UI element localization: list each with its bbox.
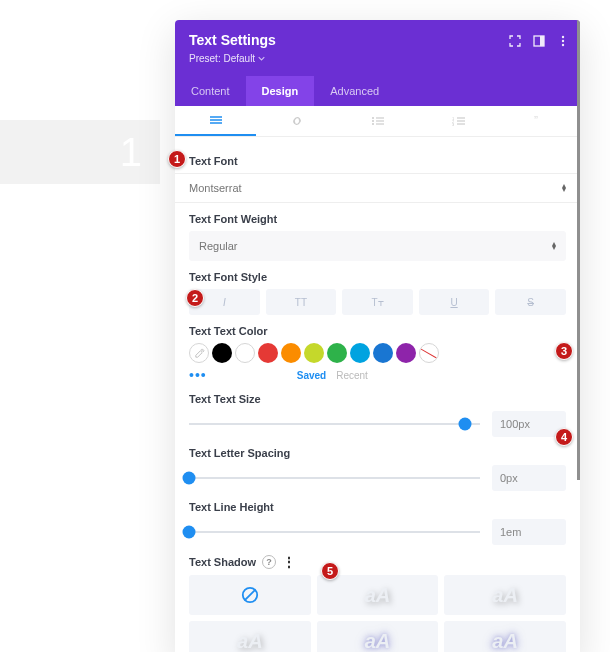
callout-3: 3 [555, 342, 573, 360]
callout-2: 2 [186, 289, 204, 307]
palette-more[interactable]: ••• [189, 367, 207, 383]
main-tabs: Content Design Advanced [175, 76, 580, 106]
expand-icon [509, 35, 521, 47]
swatch-none[interactable] [419, 343, 439, 363]
eyedropper-button[interactable] [189, 343, 209, 363]
color-swatches [189, 343, 566, 363]
swatch-black[interactable] [212, 343, 232, 363]
more-vertical-icon [557, 35, 569, 47]
help-icon[interactable]: ? [262, 555, 276, 569]
svg-text:”: ” [534, 116, 538, 126]
settings-panel: Text Settings Preset: Default Content De… [175, 20, 580, 652]
line-height-input[interactable] [492, 519, 566, 545]
ul-icon [371, 116, 385, 126]
panel-body: 123 ” Text Font Montserrat ▴▾ Text Font … [175, 106, 580, 652]
svg-point-5 [372, 117, 374, 119]
preset-dropdown[interactable]: Preset: Default [189, 53, 265, 64]
label-text-color: Text Text Color [189, 325, 566, 337]
header-actions [504, 30, 574, 52]
svg-point-4 [562, 44, 564, 46]
panel-header: Text Settings Preset: Default [175, 20, 580, 76]
none-icon [241, 586, 259, 604]
label-line-height: Text Line Height [189, 501, 566, 513]
swatch-cyan[interactable] [350, 343, 370, 363]
seg-a[interactable] [256, 106, 337, 136]
scrollbar[interactable] [577, 20, 580, 480]
seg-ol[interactable]: 123 [418, 106, 499, 136]
swatch-red[interactable] [258, 343, 278, 363]
seg-ul[interactable] [337, 106, 418, 136]
text-font-value: Montserrat [189, 182, 242, 194]
style-smallcaps[interactable]: Tᴛ [342, 289, 413, 315]
font-style-buttons: I TT Tᴛ U S [189, 289, 566, 315]
style-underline[interactable]: U [419, 289, 490, 315]
chevron-updown-icon: ▴▾ [562, 184, 566, 192]
text-font-select[interactable]: Montserrat ▴▾ [175, 173, 580, 203]
swatch-purple[interactable] [396, 343, 416, 363]
svg-rect-1 [540, 36, 544, 46]
letter-spacing-input[interactable] [492, 465, 566, 491]
label-text-size: Text Text Size [189, 393, 566, 405]
shadow-preset-4[interactable]: aA [317, 621, 439, 652]
tab-content[interactable]: Content [175, 76, 246, 106]
label-letter-spacing: Text Letter Spacing [189, 447, 566, 459]
palette-tabs: Saved Recent [297, 370, 368, 381]
tab-design[interactable]: Design [246, 76, 315, 106]
preset-label: Preset: Default [189, 53, 255, 64]
ol-icon: 123 [452, 116, 466, 126]
label-font-style: Text Font Style [189, 271, 566, 283]
letter-spacing-slider[interactable] [189, 470, 480, 486]
step-number: 1 [120, 130, 142, 175]
snap-button[interactable] [528, 30, 550, 52]
shadow-none[interactable] [189, 575, 311, 615]
link-icon [291, 115, 303, 127]
palette-tab-recent[interactable]: Recent [336, 370, 368, 381]
eyedropper-icon [194, 348, 205, 359]
tab-advanced[interactable]: Advanced [314, 76, 395, 106]
label-font-weight: Text Font Weight [189, 213, 566, 225]
step-indicator-bg: 1 [0, 120, 160, 184]
swatch-white[interactable] [235, 343, 255, 363]
seg-p[interactable] [175, 106, 256, 136]
shadow-preset-1[interactable]: aA [317, 575, 439, 615]
chevron-updown-icon: ▴▾ [552, 242, 556, 250]
callout-5: 5 [321, 562, 339, 580]
text-size-slider[interactable] [189, 416, 480, 432]
palette-tab-saved[interactable]: Saved [297, 370, 326, 381]
font-weight-select[interactable]: Regular ▴▾ [189, 231, 566, 261]
svg-point-2 [562, 36, 564, 38]
line-height-slider[interactable] [189, 524, 480, 540]
style-uppercase[interactable]: TT [266, 289, 337, 315]
svg-point-6 [372, 120, 374, 122]
style-strike[interactable]: S [495, 289, 566, 315]
svg-text:3: 3 [452, 122, 455, 126]
more-button[interactable] [552, 30, 574, 52]
chevron-down-icon [258, 55, 265, 62]
snap-icon [533, 35, 545, 47]
font-weight-value: Regular [199, 240, 238, 252]
swatch-orange[interactable] [281, 343, 301, 363]
shadow-preset-5[interactable]: aA [444, 621, 566, 652]
swatch-green[interactable] [327, 343, 347, 363]
shadow-preset-3[interactable]: aA [189, 621, 311, 652]
label-text-font: Text Font [189, 155, 566, 167]
paragraph-icon [209, 115, 223, 125]
expand-button[interactable] [504, 30, 526, 52]
callout-4: 4 [555, 428, 573, 446]
callout-1: 1 [168, 150, 186, 168]
swatch-blue[interactable] [373, 343, 393, 363]
shadow-preset-2[interactable]: aA [444, 575, 566, 615]
quote-icon: ” [533, 116, 547, 126]
seg-quote[interactable]: ” [499, 106, 580, 136]
label-text-shadow: Text Shadow ? ⋮ [189, 555, 566, 569]
svg-point-3 [562, 40, 564, 42]
svg-point-7 [372, 123, 374, 125]
shadow-presets: aA aA aA aA aA [189, 575, 566, 652]
swatch-lime[interactable] [304, 343, 324, 363]
text-element-tabs: 123 ” [175, 106, 580, 137]
